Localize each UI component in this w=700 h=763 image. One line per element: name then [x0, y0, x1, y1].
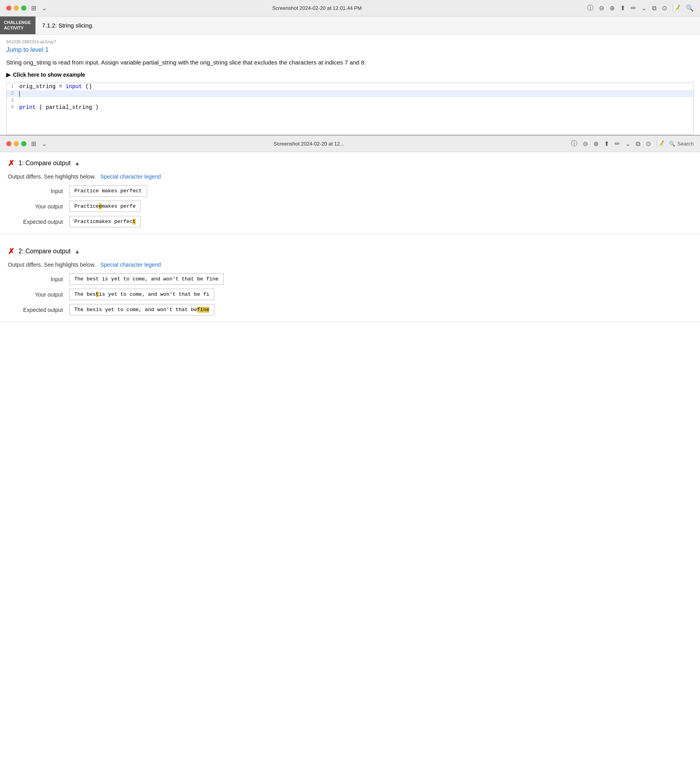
bottom-close-button[interactable] [6, 141, 11, 146]
bottom-info-icon[interactable]: ⓘ [571, 140, 577, 148]
description-text: String orig_string is read from input. A… [6, 58, 694, 67]
io-value-input-2: The best is yet to come, and won't that … [74, 276, 219, 282]
bottom-chevron-down-icon[interactable]: ⌄ [42, 140, 47, 147]
copy-icon[interactable]: ⧉ [652, 5, 656, 12]
io-value-input-1: Practice makes perfect [74, 188, 142, 194]
top-window-chrome: ⊞ ⌄ Screenshot 2024-02-20 at 12.01.44 PM… [0, 0, 700, 17]
io-row-your-1: Your output Practicee makes perfe [16, 201, 692, 212]
io-box-input-2: The best is yet to come, and won't that … [69, 273, 224, 285]
chevron-down-icon[interactable]: ⌄ [42, 4, 47, 12]
io-value-your-1b: makes perfe [102, 203, 136, 209]
io-label-expected-2: Expected output [16, 307, 63, 313]
io-box-your-1: Practicee makes perfe [69, 201, 141, 212]
code-line-2[interactable]: 2 [7, 90, 693, 97]
bottom-fullscreen-button[interactable] [21, 141, 26, 146]
output-differs-1: Output differs. See highlights below. Sp… [8, 173, 692, 180]
challenge-header: CHALLENGE ACTIVITY 7.1.2: String slicing… [0, 17, 700, 35]
jump-to-level-link[interactable]: Jump to level 1 [6, 46, 49, 53]
line-content-1: orig_string = input () [18, 83, 693, 90]
bottom-minimize-button[interactable] [14, 141, 19, 146]
airplay-icon[interactable]: ⊙ [662, 4, 667, 12]
io-label-your-2: Your output [16, 291, 63, 298]
search-icon[interactable]: 🔍 [686, 4, 694, 12]
bottom-share-icon[interactable]: ⬆ [604, 140, 609, 147]
chevron-icon[interactable]: ⌄ [641, 4, 647, 12]
io-row-expected-2: Expected output The besis yet to come, a… [16, 304, 692, 315]
challenge-title: 7.1.2: String slicing. [35, 17, 100, 34]
search-area[interactable]: 🔍 Search [669, 141, 694, 147]
highlight-1b: t [133, 219, 136, 225]
special-char-link-2[interactable]: Special character legend [100, 262, 161, 268]
show-example-toggle[interactable]: ▶ Click here to show example [6, 72, 694, 78]
search-label: Search [678, 141, 694, 147]
traffic-lights [6, 6, 26, 11]
kw-print: print [19, 104, 36, 111]
search-magnifier-icon: 🔍 [669, 141, 675, 147]
highlight-1a: e [99, 203, 102, 209]
io-table-2: Input The best is yet to come, and won't… [16, 273, 692, 315]
io-label-expected-1: Expected output [16, 219, 63, 225]
line-content-2 [18, 90, 693, 97]
highlight-2b: fine [197, 307, 209, 313]
special-char-link-1[interactable]: Special character legend [100, 173, 161, 180]
compare-title-1: 1: Compare output [18, 160, 71, 167]
bottom-edit-icon[interactable]: ✏ [615, 140, 620, 147]
differs-text-2: Output differs. See highlights below. [8, 262, 96, 268]
var-orig-string: orig_string [19, 83, 55, 90]
output-differs-2: Output differs. See highlights below. Sp… [8, 262, 692, 268]
bottom-right-toolbar: ⓘ ⊖ ⊕ ⬆ ✏ ⌄ ⧉ ⊙ 📝 [571, 140, 664, 148]
line-number-4: 4 [7, 104, 18, 110]
bottom-traffic-lights [6, 141, 26, 146]
bottom-toolbar-left: ⊞ ⌄ [31, 140, 47, 147]
io-row-your-2: Your output The best is yet to come, and… [16, 289, 692, 300]
sidebar-toggle-icon[interactable]: ⊞ [31, 4, 36, 12]
bottom-chevron-icon[interactable]: ⌄ [625, 140, 630, 147]
compare-header-1: ✗ 1: Compare output ▲ [8, 158, 692, 168]
share-icon[interactable]: ⬆ [620, 4, 625, 12]
io-row-input-1: Input Practice makes perfect [16, 185, 692, 197]
collapse-icon-1[interactable]: ▲ [75, 160, 80, 166]
cursor [19, 91, 20, 97]
notes-icon[interactable]: 📝 [672, 4, 680, 12]
compare-section-2: ✗ 2: Compare output ▲ Output differs. Se… [0, 240, 700, 322]
io-row-expected-1: Expected output Practicmakes perfect [16, 216, 692, 227]
bottom-sidebar-toggle-icon[interactable]: ⊞ [31, 140, 36, 147]
session-id: 641030.2882314.qx3zqy7 [6, 39, 694, 44]
line-number-3: 3 [7, 98, 18, 103]
code-line-3: 3 [7, 97, 693, 104]
bottom-notes-icon[interactable]: 📝 [656, 140, 664, 147]
io-value-your-2a: The bes [74, 291, 96, 297]
collapse-icon-2[interactable]: ▲ [75, 248, 80, 254]
kw-input: input [66, 83, 82, 90]
bottom-airplay-icon[interactable]: ⊙ [646, 140, 651, 147]
minimize-button[interactable] [14, 6, 19, 11]
io-box-input-1: Practice makes perfect [69, 185, 147, 197]
code-line-1: 1 orig_string = input () [7, 83, 693, 90]
bottom-window-chrome: ⊞ ⌄ Screenshot 2024-02-20 at 12... ⓘ ⊖ ⊕… [0, 135, 700, 152]
editor-empty-space [7, 111, 693, 135]
io-box-expected-2: The besis yet to come, and won't that be… [69, 304, 214, 315]
toolbar-icons: ⊞ ⌄ [31, 4, 47, 12]
io-label-your-1: Your output [16, 203, 63, 210]
bottom-zoom-out-icon[interactable]: ⊖ [583, 140, 588, 147]
io-label-input-1: Input [16, 188, 63, 194]
line-content-4: print ( partial_string ) [18, 104, 693, 111]
compare-section-1: ✗ 1: Compare output ▲ Output differs. Se… [0, 152, 700, 234]
io-row-input-2: Input The best is yet to come, and won't… [16, 273, 692, 285]
line-number-1: 1 [7, 83, 18, 89]
close-button[interactable] [6, 6, 11, 11]
line-number-2: 2 [7, 90, 18, 96]
info-icon[interactable]: ⓘ [587, 4, 593, 12]
edit-icon[interactable]: ✏ [631, 4, 636, 12]
section-gap [0, 234, 700, 240]
zoom-out-icon[interactable]: ⊖ [599, 4, 604, 12]
zoom-in-icon[interactable]: ⊕ [610, 4, 615, 12]
compare-header-2: ✗ 2: Compare output ▲ [8, 247, 692, 256]
var-partial-string: partial_string [46, 104, 92, 111]
bottom-copy-icon[interactable]: ⧉ [636, 140, 640, 147]
code-line-4: 4 print ( partial_string ) [7, 104, 693, 111]
bottom-zoom-in-icon[interactable]: ⊕ [593, 140, 599, 147]
triangle-icon: ▶ [6, 72, 11, 78]
code-editor[interactable]: 1 orig_string = input () 2 3 4 print ( p… [6, 83, 694, 135]
fullscreen-button[interactable] [21, 6, 26, 11]
